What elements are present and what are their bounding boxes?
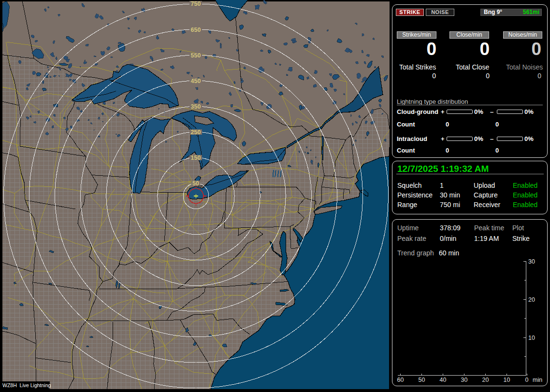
svg-text:20: 20 [482,377,489,383]
svg-text:WZ8H Live Lightning: WZ8H Live Lightning [2,382,51,388]
svg-text:0: 0 [525,377,529,383]
svg-text:250: 250 [191,129,201,136]
svg-text:350: 350 [191,103,201,110]
svg-text:50: 50 [419,377,425,383]
svg-text:10: 10 [528,335,535,341]
svg-text:min: min [533,377,542,383]
svg-text:20: 20 [528,296,535,303]
svg-text:30: 30 [528,258,535,265]
svg-text:450: 450 [191,78,201,84]
svg-text:150: 150 [191,154,201,161]
svg-text:30: 30 [461,377,468,383]
svg-text:750: 750 [191,0,201,7]
svg-text:650: 650 [191,27,201,33]
svg-text:10: 10 [504,377,510,383]
svg-text:60: 60 [397,377,404,383]
svg-text:50: 50 [192,180,199,187]
svg-text:550: 550 [191,52,201,59]
svg-text:40: 40 [440,377,447,383]
